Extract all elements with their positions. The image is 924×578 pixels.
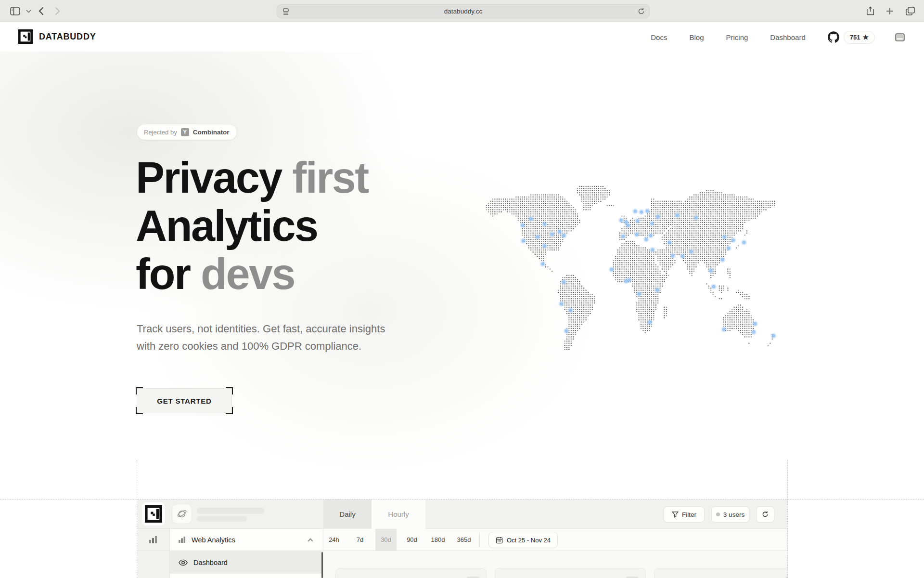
nav-pricing[interactable]: Pricing [726, 33, 748, 41]
tab-overview-icon[interactable] [904, 5, 916, 17]
rail-analytics-icon[interactable] [137, 529, 170, 551]
github-stars-badge[interactable]: 751 ★ [844, 31, 875, 44]
range-24h[interactable]: 24h [323, 529, 345, 551]
sidebar-nav: Dashboard [170, 551, 323, 578]
bar-chart-icon [179, 537, 186, 543]
planet-icon [177, 509, 187, 519]
star-icon: ★ [862, 33, 869, 41]
refresh-button[interactable] [756, 506, 774, 523]
stats-area [323, 551, 787, 578]
stat-card [495, 568, 646, 578]
hero-section: Rejected by Y Combinator Privacy first A… [0, 52, 924, 499]
section-label: Web Analytics [192, 536, 235, 544]
reload-icon[interactable] [637, 7, 645, 15]
time-range-selector: 24h 7d 30d 90d 180d 365d Oct 25 - Nov 24 [323, 529, 558, 551]
hero-heading: Privacy first Analytics for devs [136, 154, 368, 298]
new-tab-icon[interactable] [884, 5, 896, 17]
sidebar-item-dashboard[interactable]: Dashboard [170, 551, 323, 574]
range-180d[interactable]: 180d [427, 529, 449, 551]
rejected-badge: Rejected by Y Combinator [137, 124, 237, 140]
calendar-icon [496, 537, 503, 544]
sidebar-item-label: Dashboard [193, 559, 228, 566]
corner-mark [226, 387, 233, 394]
range-90d[interactable]: 90d [401, 529, 423, 551]
main-nav: Docs Blog Pricing Dashboard 751 ★ [651, 23, 924, 52]
star-count: 751 [850, 34, 860, 41]
badge-name: Combinator [193, 129, 230, 136]
sidebar-toggle-icon[interactable] [9, 5, 21, 17]
panel-logo[interactable] [142, 502, 165, 525]
share-icon[interactable] [864, 5, 876, 17]
sidebar-section-web-analytics[interactable]: Web Analytics [170, 529, 323, 551]
browser-chrome: databuddy.cc [0, 0, 924, 22]
range-365d[interactable]: 365d [453, 529, 475, 551]
funnel-icon [672, 511, 679, 518]
theme-toggle-icon[interactable] [895, 33, 905, 41]
panel-header: Daily Hourly Filter 3 users [137, 499, 787, 529]
site-header: DATABUDDY Docs Blog Pricing Dashboard 75… [0, 23, 924, 52]
website-switcher-button[interactable] [172, 504, 192, 524]
y-combinator-icon: Y [181, 128, 189, 136]
corner-mark [226, 407, 233, 414]
rail-lower [137, 551, 170, 578]
skeleton-line [197, 508, 264, 514]
get-started-button[interactable]: GET STARTED [137, 388, 232, 413]
brand-name: DATABUDDY [39, 32, 96, 42]
panel-toolbar: Web Analytics 24h 7d 30d 90d 180d 365d O… [137, 529, 787, 551]
address-bar[interactable]: databuddy.cc [277, 4, 650, 18]
back-button[interactable] [35, 5, 47, 17]
dotted-world-map [481, 185, 780, 350]
badge-prefix: Rejected by [144, 129, 177, 136]
chevron-down-icon[interactable] [22, 5, 35, 17]
nav-blog[interactable]: Blog [689, 33, 704, 41]
range-7d[interactable]: 7d [349, 529, 371, 551]
stat-card [335, 568, 487, 578]
tab-daily[interactable]: Daily [323, 499, 372, 529]
eye-icon [179, 559, 188, 566]
hero-subtitle: Track users, not identities. Get fast, a… [137, 320, 385, 355]
tab-hourly[interactable]: Hourly [372, 499, 425, 529]
skeleton-line [197, 516, 247, 522]
dashed-guide-right [787, 460, 788, 578]
collapse-icon[interactable] [308, 538, 313, 541]
dashboard-preview: Daily Hourly Filter 3 users [137, 499, 787, 578]
granularity-tabs: Daily Hourly [323, 499, 425, 529]
nav-docs[interactable]: Docs [651, 33, 667, 41]
reader-icon[interactable] [282, 8, 290, 15]
divider [479, 533, 480, 547]
brand[interactable]: DATABUDDY [18, 29, 96, 44]
github-icon[interactable] [828, 31, 839, 43]
filter-button[interactable]: Filter [664, 506, 705, 523]
nav-dashboard[interactable]: Dashboard [770, 33, 805, 41]
url-text: databuddy.cc [444, 8, 482, 15]
refresh-icon [761, 511, 769, 518]
forward-button[interactable] [51, 5, 64, 17]
active-users-badge[interactable]: 3 users [711, 506, 749, 523]
corner-mark [136, 407, 143, 414]
corner-mark [136, 387, 143, 394]
date-range-button[interactable]: Oct 25 - Nov 24 [488, 532, 558, 548]
bar-chart-icon [149, 536, 157, 543]
stat-card [654, 568, 787, 578]
sidebar-scrollbar[interactable] [321, 552, 323, 578]
databuddy-logo [18, 29, 33, 44]
users-dot-icon [716, 512, 720, 516]
panel-content: Dashboard [137, 551, 787, 578]
range-30d[interactable]: 30d [375, 529, 397, 551]
